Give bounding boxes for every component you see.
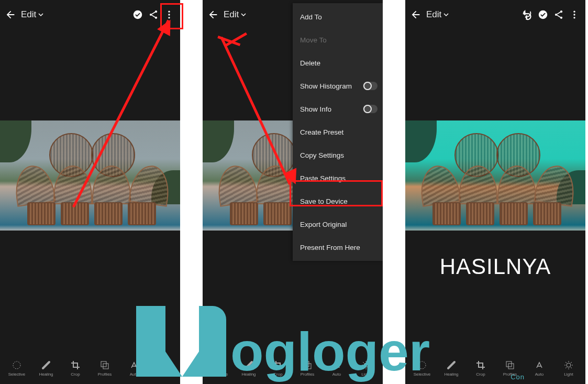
tool-label: Selective [8, 372, 25, 377]
tool-auto[interactable]: Auto [119, 360, 149, 377]
svg-rect-12 [304, 361, 309, 367]
tool-label: Auto [332, 372, 341, 377]
menu-copy-settings[interactable]: Copy Settings [293, 144, 383, 167]
menu-label: Copy Settings [300, 151, 344, 159]
more-vert-icon [569, 9, 580, 20]
tool-label: Light [564, 372, 573, 377]
svg-point-7 [13, 361, 20, 369]
tool-selective[interactable]: Selective [407, 360, 437, 377]
svg-point-22 [418, 361, 426, 369]
healing-icon [41, 360, 51, 370]
tool-label: Crop [476, 372, 485, 377]
tool-light[interactable]: Light [351, 360, 381, 377]
tool-label: Profiles [98, 372, 112, 377]
tool-label: Healing [444, 372, 458, 377]
menu-add-to[interactable]: Add To [293, 5, 383, 28]
menu-paste-settings[interactable]: Paste Settings [293, 167, 383, 190]
tool-auto[interactable]: Auto [322, 360, 351, 377]
menu-label: Show Info [300, 105, 331, 113]
share-button[interactable] [146, 7, 161, 23]
check-circle-icon [132, 9, 143, 20]
tool-selective[interactable]: Selective [205, 360, 234, 377]
pavilion [12, 136, 169, 225]
tool-auto[interactable]: Auto [525, 360, 554, 377]
menu-move-to[interactable]: Move To [293, 28, 383, 51]
menu-create-preset[interactable]: Create Preset [293, 120, 383, 144]
tool-label: Selective [414, 372, 430, 377]
tool-light[interactable]: Light [149, 360, 178, 377]
tool-light[interactable]: Light [554, 360, 583, 377]
caret-down-icon [241, 9, 246, 20]
tool-crop[interactable]: Crop [466, 360, 495, 377]
share-button[interactable] [551, 7, 567, 23]
edit-label: Edit [224, 9, 239, 20]
tool-healing[interactable]: Healing [234, 360, 263, 377]
selective-icon [12, 360, 22, 370]
tool-label: Auto [535, 372, 543, 377]
edit-label: Edit [21, 9, 36, 20]
svg-rect-9 [103, 364, 108, 369]
edit-dropdown[interactable]: Edit [426, 9, 449, 20]
tool-profiles[interactable]: Profiles [495, 360, 525, 377]
tool-healing[interactable]: Healing [31, 360, 61, 377]
caret-down-icon [443, 9, 449, 20]
result-caption: HASILNYA [405, 254, 585, 279]
edit-label: Edit [426, 9, 441, 20]
menu-label: Delete [300, 59, 320, 67]
topbar: Edit [405, 3, 585, 26]
undo-icon [522, 9, 533, 20]
menu-show-info[interactable]: Show Info [293, 97, 383, 120]
menu-label: Save to Device [300, 198, 348, 205]
menu-show-histogram[interactable]: Show Histogram [293, 74, 383, 97]
menu-label: Export Original [300, 221, 347, 228]
svg-rect-24 [508, 364, 514, 369]
tool-selective[interactable]: Selective [2, 360, 31, 377]
menu-label: Add To [300, 13, 322, 21]
arrow-left-icon [5, 9, 16, 20]
menu-export-original[interactable]: Export Original [293, 213, 383, 236]
bottom-toolbar: Selective Healing Crop Profiles Auto Lig… [203, 353, 383, 384]
back-button[interactable] [3, 7, 18, 22]
auto-icon [129, 360, 139, 370]
image-canvas[interactable] [405, 120, 585, 231]
tool-label: Crop [273, 372, 282, 377]
more-button[interactable] [567, 7, 582, 23]
tool-profiles[interactable]: Profiles [90, 360, 119, 377]
accept-button[interactable] [535, 7, 551, 23]
svg-point-10 [161, 363, 165, 367]
share-icon [148, 9, 159, 20]
tool-healing[interactable]: Healing [437, 360, 466, 377]
edit-dropdown[interactable]: Edit [224, 9, 246, 20]
toggle-off-icon[interactable] [363, 105, 378, 113]
undo-button[interactable] [519, 7, 535, 23]
toggle-off-icon[interactable] [363, 82, 378, 90]
tool-label: Healing [39, 372, 53, 377]
profiles-icon [99, 360, 110, 370]
share-icon [553, 9, 564, 20]
menu-save-to-device[interactable]: Save to Device [293, 190, 383, 213]
svg-rect-23 [506, 361, 512, 367]
tool-label: Selective [211, 372, 228, 377]
svg-point-0 [134, 10, 142, 19]
back-button[interactable] [408, 7, 423, 22]
menu-present-from-here[interactable]: Present From Here [293, 236, 383, 259]
back-button[interactable] [206, 7, 220, 22]
screen-3: Edit HASILNYA Selective Healing Crop Pro… [405, 0, 585, 384]
svg-point-19 [573, 11, 575, 13]
tool-label: Auto [130, 372, 138, 377]
check-circle-icon [537, 9, 549, 20]
tool-crop[interactable]: Crop [263, 360, 293, 377]
tool-crop[interactable]: Crop [61, 360, 90, 377]
tool-profiles[interactable]: Profiles [293, 360, 322, 377]
edit-dropdown[interactable]: Edit [21, 9, 43, 20]
svg-rect-8 [101, 361, 106, 367]
caret-down-icon [38, 9, 43, 20]
menu-delete[interactable]: Delete [293, 51, 383, 74]
bottom-toolbar: Selective Healing Crop Profiles Auto Lig… [405, 353, 585, 384]
menu-label: Create Preset [300, 128, 343, 136]
bottom-toolbar: Selective Healing Crop Profiles Auto Lig… [0, 353, 180, 384]
accept-button[interactable] [130, 7, 146, 23]
svg-point-11 [216, 361, 223, 369]
svg-point-21 [573, 17, 575, 18]
overflow-menu: Add To Move To Delete Show Histogram Sho… [293, 3, 383, 261]
